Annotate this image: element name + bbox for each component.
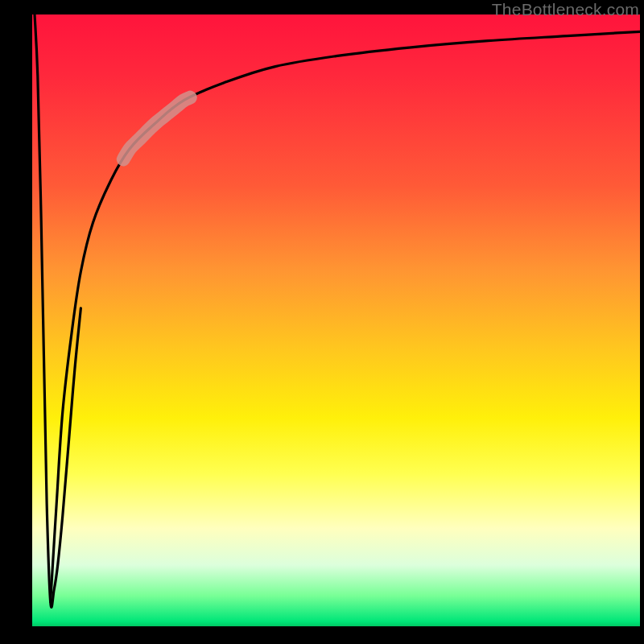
plot-area [32,14,640,626]
chart-frame: TheBottleneck.com [0,0,644,644]
watermark-text: TheBottleneck.com [492,0,639,19]
curve-b-saturating [51,31,640,601]
curve-a-dip [35,14,80,607]
highlight-segment [123,97,190,159]
curve-layer [32,14,640,626]
